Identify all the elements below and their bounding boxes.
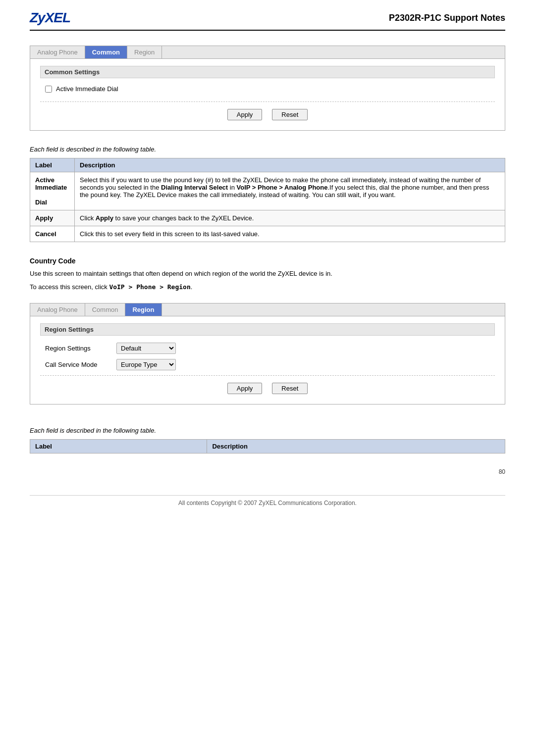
- tab-region-2[interactable]: Region: [125, 303, 161, 316]
- page-title: P2302R-P1C Support Notes: [389, 13, 505, 23]
- tab-bar-1: Analog Phone Common Region: [30, 46, 505, 59]
- table2-intro: Each field is described in the following…: [30, 427, 505, 434]
- row3-desc: Click this to set every field in this sc…: [75, 226, 505, 242]
- table-row: Apply Click Apply to save your changes b…: [30, 210, 505, 226]
- region-settings-title: Region Settings: [40, 323, 495, 336]
- row1-desc: Select this if you want to use the pound…: [75, 172, 505, 210]
- common-panel-content: Common Settings Active Immediate Dial Ap…: [30, 59, 505, 130]
- common-settings-title: Common Settings: [40, 66, 495, 78]
- active-immediate-dial-label: Active Immediate Dial: [56, 85, 118, 93]
- apply-button-2[interactable]: Apply: [227, 383, 263, 394]
- row3-label: Cancel: [30, 226, 75, 242]
- tab-analog-phone-2[interactable]: Analog Phone: [30, 303, 85, 316]
- region-settings-row: Region Settings Default: [40, 343, 495, 354]
- table-row: Cancel Click this to set every field in …: [30, 226, 505, 242]
- description-table-1: Label Description ActiveImmediateDial Se…: [30, 158, 505, 242]
- region-settings-select[interactable]: Default: [116, 343, 176, 354]
- col-desc-1: Description: [75, 158, 505, 172]
- page-header: ZyXEL P2302R-P1C Support Notes: [30, 10, 505, 31]
- country-code-body1: Use this screen to maintain settings tha…: [30, 269, 505, 279]
- col-desc-2: Description: [207, 439, 505, 453]
- country-code-body2: To access this screen, click VoIP > Phon…: [30, 282, 505, 293]
- region-settings-label: Region Settings: [45, 345, 109, 352]
- tab-bar-2: Analog Phone Common Region: [30, 303, 505, 316]
- row1-label: ActiveImmediateDial: [30, 172, 75, 210]
- button-row-1: Apply Reset: [40, 101, 495, 120]
- body2-link: VoIP > Phone > Region: [109, 283, 190, 291]
- country-code-heading: Country Code: [30, 257, 505, 265]
- footer-copyright: All contents Copyright © 2007 ZyXEL Comm…: [178, 500, 357, 506]
- apply-button-1[interactable]: Apply: [227, 109, 263, 120]
- description-table-2: Label Description: [30, 439, 505, 454]
- call-service-mode-select[interactable]: Europe Type: [116, 359, 176, 370]
- button-row-2: Apply Reset: [40, 375, 495, 394]
- common-panel: Analog Phone Common Region Common Settin…: [30, 46, 505, 131]
- col-label-1: Label: [30, 158, 75, 172]
- logo: ZyXEL: [30, 10, 70, 26]
- tab-common-1[interactable]: Common: [85, 46, 127, 58]
- call-service-mode-label: Call Service Mode: [45, 361, 109, 368]
- tab-region-1[interactable]: Region: [127, 46, 162, 58]
- active-immediate-dial-row: Active Immediate Dial: [40, 85, 495, 93]
- region-panel-content: Region Settings Region Settings Default …: [30, 316, 505, 404]
- body2-suffix: .: [191, 283, 193, 291]
- col-label-2: Label: [30, 439, 207, 453]
- table1-intro: Each field is described in the following…: [30, 146, 505, 153]
- page-footer: All contents Copyright © 2007 ZyXEL Comm…: [30, 495, 505, 506]
- page-number: 80: [30, 468, 505, 475]
- call-service-mode-row: Call Service Mode Europe Type: [40, 359, 495, 370]
- reset-button-1[interactable]: Reset: [272, 109, 308, 120]
- table-row: ActiveImmediateDial Select this if you w…: [30, 172, 505, 210]
- reset-button-2[interactable]: Reset: [272, 383, 308, 394]
- row2-desc: Click Apply to save your changes back to…: [75, 210, 505, 226]
- active-immediate-dial-checkbox[interactable]: [45, 86, 52, 93]
- region-panel: Analog Phone Common Region Region Settin…: [30, 303, 505, 404]
- body2-prefix: To access this screen, click: [30, 283, 109, 291]
- row2-label: Apply: [30, 210, 75, 226]
- tab-common-2[interactable]: Common: [85, 303, 126, 316]
- tab-analog-phone-1[interactable]: Analog Phone: [30, 46, 85, 58]
